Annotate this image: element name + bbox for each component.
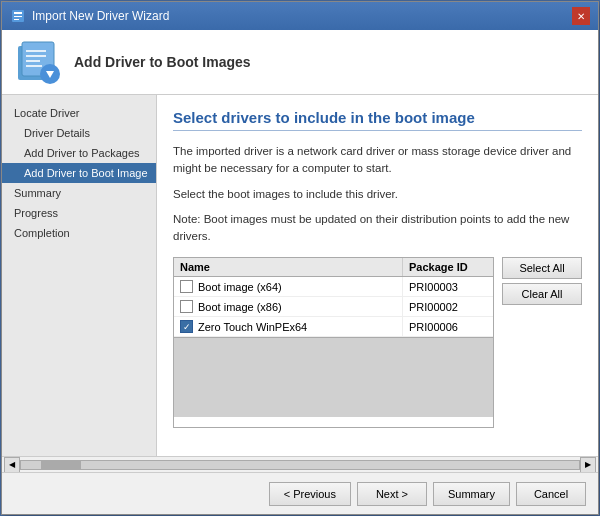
title-bar: Import New Driver Wizard ✕ (2, 2, 598, 30)
scroll-right-arrow[interactable]: ▶ (580, 457, 596, 473)
cancel-button[interactable]: Cancel (516, 482, 586, 506)
header-wizard-icon (14, 38, 62, 86)
table-section: Name Package ID Boot image (x64) PRI0000… (173, 257, 582, 428)
col-name: Name (174, 258, 403, 276)
svg-rect-8 (26, 60, 40, 62)
row-name-2: Boot image (x86) (174, 297, 403, 316)
checkbox-3[interactable] (180, 320, 193, 333)
svg-rect-2 (14, 16, 22, 17)
sidebar-item-completion[interactable]: Completion (2, 223, 156, 243)
footer: < Previous Next > Summary Cancel (2, 472, 598, 514)
empty-table-area (174, 337, 493, 417)
row-pkg-2: PRI00002 (403, 298, 493, 316)
main-content: Select drivers to include in the boot im… (157, 95, 598, 456)
title-bar-left: Import New Driver Wizard (10, 8, 169, 24)
sidebar-item-progress[interactable]: Progress (2, 203, 156, 223)
wizard-window: Import New Driver Wizard ✕ Add Driver to… (1, 1, 599, 515)
scrollbar-track[interactable] (20, 460, 580, 470)
sidebar-item-locate-driver[interactable]: Locate Driver (2, 103, 156, 123)
scroll-left-arrow[interactable]: ◀ (4, 457, 20, 473)
wizard-title-icon (10, 8, 26, 24)
svg-rect-1 (14, 12, 22, 14)
table-body: Boot image (x64) PRI00003 Boot image (x8… (174, 277, 493, 427)
header-banner: Add Driver to Boot Images (2, 30, 598, 95)
sidebar-item-add-to-packages[interactable]: Add Driver to Packages (2, 143, 156, 163)
table-row[interactable]: Zero Touch WinPEx64 PRI00006 (174, 317, 493, 337)
svg-rect-7 (26, 55, 46, 57)
section-title: Select drivers to include in the boot im… (173, 109, 582, 131)
table-row[interactable]: Boot image (x64) PRI00003 (174, 277, 493, 297)
description-text-2: Select the boot images to include this d… (173, 186, 582, 203)
clear-all-button[interactable]: Clear All (502, 283, 582, 305)
window-controls: ✕ (572, 7, 590, 25)
close-button[interactable]: ✕ (572, 7, 590, 25)
content-area: Locate Driver Driver Details Add Driver … (2, 95, 598, 456)
svg-rect-3 (14, 19, 19, 20)
table-header: Name Package ID (174, 258, 493, 277)
checkbox-1[interactable] (180, 280, 193, 293)
checkbox-2[interactable] (180, 300, 193, 313)
scrollbar-area: ◀ ▶ (2, 456, 598, 472)
note-text: Note: Boot images must be updated on the… (173, 211, 582, 246)
svg-rect-9 (26, 65, 42, 67)
sidebar-item-add-to-boot-image[interactable]: Add Driver to Boot Image (2, 163, 156, 183)
svg-rect-6 (26, 50, 46, 52)
summary-button[interactable]: Summary (433, 482, 510, 506)
sidebar-item-driver-details[interactable]: Driver Details (2, 123, 156, 143)
driver-table: Name Package ID Boot image (x64) PRI0000… (173, 257, 494, 428)
row-pkg-3: PRI00006 (403, 318, 493, 336)
previous-button[interactable]: < Previous (269, 482, 351, 506)
header-title: Add Driver to Boot Images (74, 54, 251, 70)
col-pkg-id: Package ID (403, 258, 493, 276)
sidebar: Locate Driver Driver Details Add Driver … (2, 95, 157, 456)
row-pkg-1: PRI00003 (403, 278, 493, 296)
row-name-1: Boot image (x64) (174, 277, 403, 296)
description-text-1: The imported driver is a network card dr… (173, 143, 582, 178)
select-all-button[interactable]: Select All (502, 257, 582, 279)
sidebar-item-summary[interactable]: Summary (2, 183, 156, 203)
table-row[interactable]: Boot image (x86) PRI00002 (174, 297, 493, 317)
side-buttons: Select All Clear All (502, 257, 582, 305)
window-title: Import New Driver Wizard (32, 9, 169, 23)
next-button[interactable]: Next > (357, 482, 427, 506)
row-name-3: Zero Touch WinPEx64 (174, 317, 403, 336)
scrollbar-thumb[interactable] (41, 461, 81, 469)
